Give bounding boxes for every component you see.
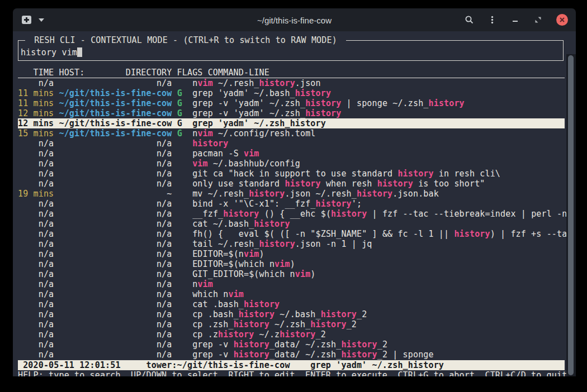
history-row[interactable]: n/a n/a tail ~/.resh_history.json -n 1 |… — [18, 239, 565, 249]
history-row[interactable]: n/a n/a only use standard history when r… — [18, 179, 565, 189]
history-row[interactable]: n/a n/a __fzf_history () { __ehc $(histo… — [18, 209, 565, 219]
close-icon — [559, 17, 565, 23]
history-row[interactable]: n/a n/a GIT_EDITOR=$(which nvim) — [18, 269, 565, 279]
history-table-header: TIME HOST: DIRECTORY FLAGS COMMAND-LINE — [18, 68, 565, 78]
history-row[interactable]: 12 mins ~/git/this-is-fine-cow G grep -v… — [18, 108, 565, 118]
search-query-text: history vim — [21, 47, 77, 58]
help-line: HELP: type to search, UP/DOWN to select,… — [18, 370, 561, 376]
tab-dropdown-caret-icon[interactable] — [39, 18, 44, 22]
resh-mode-title: RESH CLI - CONTEXTUAL MODE - (CTRL+R to … — [25, 35, 346, 46]
restore-button[interactable] — [533, 15, 543, 25]
history-row[interactable]: n/a n/a pacman -S vim — [18, 149, 565, 159]
history-row[interactable]: 11 mins ~/git/this-is-fine-cow G grep 'y… — [18, 88, 565, 98]
kebab-menu-icon — [487, 15, 497, 25]
history-row[interactable]: 15 mins ~/git/this-is-fine-cow G nvim ~/… — [18, 128, 565, 138]
search-button[interactable] — [465, 15, 474, 25]
history-row[interactable]: n/a n/a history — [18, 138, 565, 149]
desktop: { "window": { "title": "~/git/this-is-fi… — [0, 0, 587, 392]
history-row[interactable]: 11 mins ~/git/this-is-fine-cow G grep -v… — [18, 98, 565, 108]
search-input[interactable]: history vim — [21, 47, 558, 58]
history-row[interactable]: n/a n/a nvim ~/.resh_history.json — [18, 78, 565, 88]
history-row[interactable]: n/a n/a EDITOR=$(which nvim) — [18, 259, 565, 269]
minimize-icon — [510, 15, 520, 25]
selected-entry-preview-bar: 2020-05-11 12:01:51 tower:~/git/this-is-… — [18, 360, 565, 370]
history-row[interactable]: n/a n/a EDITOR=$(nvim) — [18, 249, 565, 259]
close-button[interactable] — [556, 14, 568, 26]
history-row[interactable]: n/a n/a fh() { eval $( ([ -n "$ZSH_NAME"… — [18, 229, 565, 239]
terminal-content: RESH CLI - CONTEXTUAL MODE - (CTRL+R to … — [13, 31, 576, 376]
history-row[interactable]: n/a n/a vim ~/.bashhub/config — [18, 159, 565, 169]
resh-search-box: RESH CLI - CONTEXTUAL MODE - (CTRL+R to … — [18, 40, 564, 61]
titlebar: ~/git/this-is-fine-cow — [13, 8, 576, 31]
new-tab-button[interactable] — [22, 16, 31, 24]
terminal-window: ~/git/this-is-fine-cow — [13, 8, 576, 376]
text-cursor — [77, 47, 82, 57]
menu-button[interactable] — [487, 15, 497, 25]
scrollbar-track[interactable] — [566, 54, 576, 376]
window-title: ~/git/this-is-fine-cow — [257, 15, 332, 25]
search-icon — [465, 15, 474, 25]
history-row[interactable]: n/a n/a git ca "hack in support to use s… — [18, 169, 565, 179]
history-table: n/a n/a nvim ~/.resh_history.json11 mins… — [18, 78, 565, 360]
history-row[interactable]: n/a n/a cp .zsh_history ~/.zsh_history_2 — [18, 319, 565, 329]
history-row[interactable]: n/a n/a cp .zhistory ~/.zhistory_2 — [18, 329, 565, 340]
history-row[interactable]: n/a n/a cp .bash_history ~/.bash_history… — [18, 309, 565, 319]
history-row[interactable]: n/a n/a bind -x '"\C-x1": __fzf_history'… — [18, 199, 565, 209]
history-row[interactable]: n/a n/a grep -v history_data/ ~/.zsh_his… — [18, 350, 565, 360]
scrollbar-thumb[interactable] — [568, 55, 574, 375]
restore-icon — [533, 15, 543, 25]
history-row[interactable]: n/a n/a grep -v history_data/ ~/.zsh_his… — [18, 340, 565, 350]
history-row[interactable]: n/a n/a nvim — [18, 279, 565, 289]
history-row[interactable]: n/a n/a cat ~/.bash_history — [18, 219, 565, 229]
history-row[interactable]: n/a n/a cat .bash_history — [18, 299, 565, 309]
minimize-button[interactable] — [510, 15, 520, 25]
history-row[interactable]: 19 mins ~ mv ~/.resh_history.json ~/.res… — [18, 189, 565, 199]
history-row-selected[interactable]: 12 mins ~/git/this-is-fine-cow G grep 'y… — [18, 118, 565, 128]
history-row[interactable]: n/a n/a which nvim — [18, 289, 565, 299]
